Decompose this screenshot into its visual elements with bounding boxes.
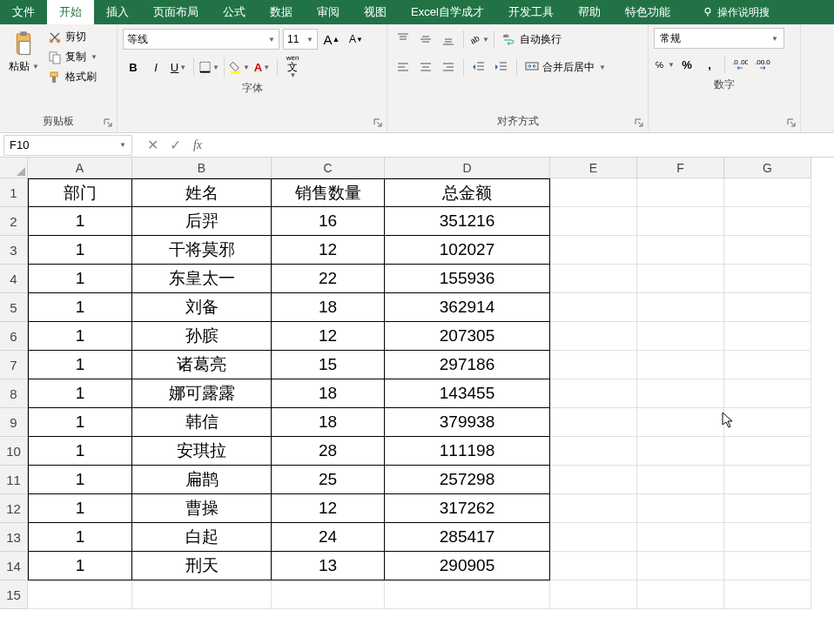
row-header-7[interactable]: 7 <box>0 351 28 379</box>
cell-C6[interactable]: 12 <box>272 322 385 351</box>
cell-F3[interactable] <box>637 236 724 265</box>
italic-button[interactable]: I <box>145 57 166 77</box>
tab-0[interactable]: 文件 <box>0 0 47 24</box>
cell-E8[interactable] <box>550 379 637 408</box>
cell-B14[interactable]: 刑天 <box>132 552 272 580</box>
align-bottom-button[interactable] <box>438 29 459 50</box>
align-right-button[interactable] <box>438 57 459 77</box>
phonetic-button[interactable]: wén文▼ <box>282 57 303 77</box>
format-painter-button[interactable]: 格式刷 <box>44 68 101 86</box>
cut-button[interactable]: 剪切 <box>44 28 101 46</box>
cell-C10[interactable]: 28 <box>272 437 385 466</box>
tell-me-search[interactable]: 操作说明搜 <box>689 0 782 24</box>
underline-button[interactable]: U▼ <box>168 57 189 77</box>
cell-F6[interactable] <box>637 322 724 351</box>
cell-A12[interactable]: 1 <box>28 494 132 523</box>
cell-C1[interactable]: 销售数量 <box>272 178 385 207</box>
merge-center-button[interactable]: 合并后居中▼ <box>521 57 609 77</box>
cell-B12[interactable]: 曹操 <box>132 494 272 523</box>
clipboard-dialog-launcher[interactable] <box>102 117 114 129</box>
tab-4[interactable]: 公式 <box>211 0 258 24</box>
font-color-button[interactable]: A▼ <box>252 57 272 77</box>
accounting-format-button[interactable]: ℅▼ <box>654 54 675 75</box>
cell-G13[interactable] <box>724 523 811 552</box>
cell-B8[interactable]: 娜可露露 <box>132 379 272 408</box>
cell-B1[interactable]: 姓名 <box>132 178 272 207</box>
row-header-1[interactable]: 1 <box>0 178 28 207</box>
cell-B13[interactable]: 白起 <box>132 523 272 552</box>
cell-A8[interactable]: 1 <box>28 379 132 408</box>
cell-C4[interactable]: 22 <box>272 265 385 293</box>
font-dialog-launcher[interactable] <box>372 117 384 129</box>
formula-enter-button[interactable]: ✓ <box>164 135 186 156</box>
cell-D7[interactable]: 297186 <box>385 351 550 379</box>
cell-D13[interactable]: 285417 <box>385 523 550 552</box>
comma-button[interactable]: , <box>699 54 720 75</box>
cell-D14[interactable]: 290905 <box>385 552 550 580</box>
align-center-button[interactable] <box>415 57 436 77</box>
wrap-text-button[interactable]: ab 自动换行 <box>499 29 565 50</box>
cell-E4[interactable] <box>550 265 637 293</box>
cell-E14[interactable] <box>550 552 637 580</box>
align-middle-button[interactable] <box>415 29 436 50</box>
row-header-5[interactable]: 5 <box>0 293 28 322</box>
tab-11[interactable]: 特色功能 <box>613 0 683 24</box>
cell-A3[interactable]: 1 <box>28 236 132 265</box>
decrease-indent-button[interactable] <box>468 57 489 77</box>
tab-10[interactable]: 帮助 <box>566 0 613 24</box>
name-box[interactable]: F10▼ <box>3 135 132 156</box>
cell-C2[interactable]: 16 <box>272 207 385 236</box>
cell-B6[interactable]: 孙膑 <box>132 322 272 351</box>
cell-G7[interactable] <box>724 351 811 379</box>
decrease-decimal-button[interactable]: .00.0 <box>752 54 773 75</box>
cell-E2[interactable] <box>550 207 637 236</box>
row-header-8[interactable]: 8 <box>0 379 28 408</box>
cell-G11[interactable] <box>724 466 811 494</box>
cell-C13[interactable]: 24 <box>272 523 385 552</box>
row-header-6[interactable]: 6 <box>0 322 28 351</box>
tab-1[interactable]: 开始 <box>47 0 94 24</box>
cell-F7[interactable] <box>637 351 724 379</box>
row-header-2[interactable]: 2 <box>0 207 28 236</box>
cell-F2[interactable] <box>637 207 724 236</box>
cell-D3[interactable]: 102027 <box>385 236 550 265</box>
col-header-E[interactable]: E <box>550 158 637 178</box>
insert-function-button[interactable]: fx <box>186 135 209 156</box>
number-dialog-launcher[interactable] <box>785 117 797 129</box>
cell-B5[interactable]: 刘备 <box>132 293 272 322</box>
row-header-10[interactable]: 10 <box>0 437 28 466</box>
cell-E7[interactable] <box>550 351 637 379</box>
increase-indent-button[interactable] <box>491 57 512 77</box>
tab-5[interactable]: 数据 <box>258 0 305 24</box>
cell-A6[interactable]: 1 <box>28 322 132 351</box>
row-header-13[interactable]: 13 <box>0 523 28 552</box>
cell-G10[interactable] <box>724 437 811 466</box>
cell-G15[interactable] <box>724 580 811 609</box>
cell-G14[interactable] <box>724 552 811 580</box>
fill-color-button[interactable]: ▼ <box>229 57 250 77</box>
cell-D15[interactable] <box>385 580 550 609</box>
cell-F5[interactable] <box>637 293 724 322</box>
cell-A15[interactable] <box>28 580 132 609</box>
cell-B15[interactable] <box>132 580 272 609</box>
cell-F15[interactable] <box>637 580 724 609</box>
copy-button[interactable]: 复制▼ <box>44 48 101 66</box>
tab-6[interactable]: 审阅 <box>305 0 352 24</box>
cell-E11[interactable] <box>550 466 637 494</box>
align-top-button[interactable] <box>393 29 414 50</box>
row-header-11[interactable]: 11 <box>0 466 28 494</box>
cell-A1[interactable]: 部门 <box>28 178 132 207</box>
cell-B11[interactable]: 扁鹊 <box>132 466 272 494</box>
cell-G8[interactable] <box>724 379 811 408</box>
paste-button[interactable]: 粘贴▼ <box>5 28 43 111</box>
cell-G1[interactable] <box>724 178 811 207</box>
increase-decimal-button[interactable]: .0.00 <box>730 54 750 75</box>
cell-F14[interactable] <box>637 552 724 580</box>
cell-E6[interactable] <box>550 322 637 351</box>
cell-F1[interactable] <box>637 178 724 207</box>
cell-D9[interactable]: 379938 <box>385 408 550 437</box>
font-name-select[interactable]: 等线▼ <box>123 29 279 50</box>
row-header-12[interactable]: 12 <box>0 494 28 523</box>
row-header-4[interactable]: 4 <box>0 265 28 293</box>
percent-button[interactable]: % <box>676 54 697 75</box>
